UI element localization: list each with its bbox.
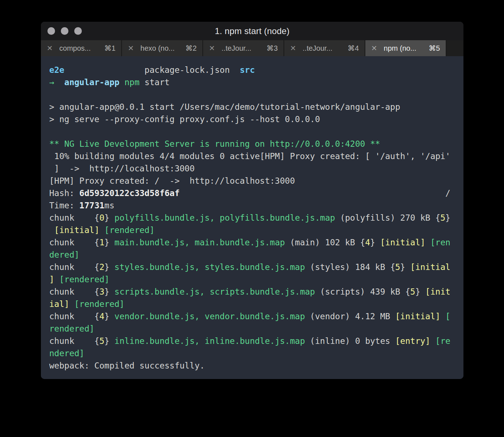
tab-shortcut: ⌘1 <box>104 44 116 53</box>
tab-label: compos... <box>59 44 101 53</box>
terminal-line: chunk {4} vendor.bundle.js, vendor.bundl… <box>49 310 463 322</box>
terminal-line: Hash: 6d59320122c33d58f6af / <box>49 187 463 199</box>
tab-shortcut: ⌘5 <box>429 44 440 53</box>
terminal-line: chunk {0} polyfills.bundle.js, polyfills… <box>49 212 463 224</box>
close-tab-icon[interactable]: ✕ <box>371 44 377 53</box>
terminal-line: ial] [rendered] <box>49 298 463 310</box>
terminal-line: chunk {1} main.bundle.js, main.bundle.js… <box>49 236 463 249</box>
terminal-line: ** NG Live Development Server is running… <box>49 138 463 150</box>
close-tab-icon[interactable]: ✕ <box>47 44 53 53</box>
zoom-window-icon[interactable] <box>74 27 82 35</box>
tab-bar-filler <box>446 40 463 56</box>
close-tab-icon[interactable]: ✕ <box>128 44 134 53</box>
tab-label: ..teJour... <box>303 44 344 53</box>
window-title: 1. npm start (node) <box>215 26 290 36</box>
window-titlebar[interactable]: 1. npm start (node) <box>41 22 463 40</box>
terminal-line: → angular-app npm start <box>49 76 463 88</box>
terminal-line: dered] <box>49 249 463 261</box>
tab-label: hexo (no... <box>140 44 182 53</box>
terminal-line: [HPM] Proxy created: / -> http://localho… <box>49 175 463 187</box>
terminal-line: chunk {5} inline.bundle.js, inline.bundl… <box>49 335 463 347</box>
tab-tejour-4[interactable]: ✕ ..teJour... ⌘4 <box>284 40 365 56</box>
terminal-line: rendered] <box>49 322 463 335</box>
tab-label: npm (no... <box>384 44 425 53</box>
tab-compos[interactable]: ✕ compos... ⌘1 <box>41 40 122 56</box>
terminal-output[interactable]: e2e package-lock.json src→ angular-app n… <box>41 56 463 379</box>
tab-shortcut: ⌘4 <box>348 44 359 53</box>
terminal-line: chunk {3} scripts.bundle.js, scripts.bun… <box>49 286 463 298</box>
close-window-icon[interactable] <box>47 27 55 35</box>
terminal-line: > angular-app@0.0.1 start /Users/mac/dem… <box>49 101 463 113</box>
tab-npm-active[interactable]: ✕ npm (no... ⌘5 <box>365 40 446 56</box>
terminal-line: ] [rendered] <box>49 273 463 286</box>
terminal-line: ndered] <box>49 347 463 359</box>
terminal-line: > ng serve --proxy-config proxy.conf.js … <box>49 113 463 125</box>
tab-shortcut: ⌘2 <box>185 44 197 53</box>
terminal-window: 1. npm start (node) ✕ compos... ⌘1 ✕ hex… <box>41 22 463 379</box>
terminal-line <box>49 125 463 138</box>
tab-hexo[interactable]: ✕ hexo (no... ⌘2 <box>122 40 203 56</box>
terminal-line: e2e package-lock.json src <box>49 64 463 76</box>
terminal-line: chunk {2} styles.bundle.js, styles.bundl… <box>49 261 463 273</box>
traffic-lights <box>47 22 82 40</box>
minimize-window-icon[interactable] <box>61 27 68 35</box>
tab-label: ..teJour... <box>222 44 263 53</box>
tab-tejour-3[interactable]: ✕ ..teJour... ⌘3 <box>203 40 284 56</box>
terminal-line <box>49 88 463 101</box>
terminal-line: Time: 17731ms <box>49 199 463 212</box>
terminal-line: [initial] [rendered] <box>49 224 463 236</box>
terminal-line: 10% building modules 4/4 modules 0 activ… <box>49 150 463 162</box>
terminal-line: webpack: Compiled successfully. <box>49 359 463 372</box>
tab-bar: ✕ compos... ⌘1 ✕ hexo (no... ⌘2 ✕ ..teJo… <box>41 40 463 56</box>
close-tab-icon[interactable]: ✕ <box>290 44 296 53</box>
tab-shortcut: ⌘3 <box>266 44 278 53</box>
close-tab-icon[interactable]: ✕ <box>209 44 215 53</box>
terminal-line: ] -> http://localhost:3000 <box>49 162 463 175</box>
